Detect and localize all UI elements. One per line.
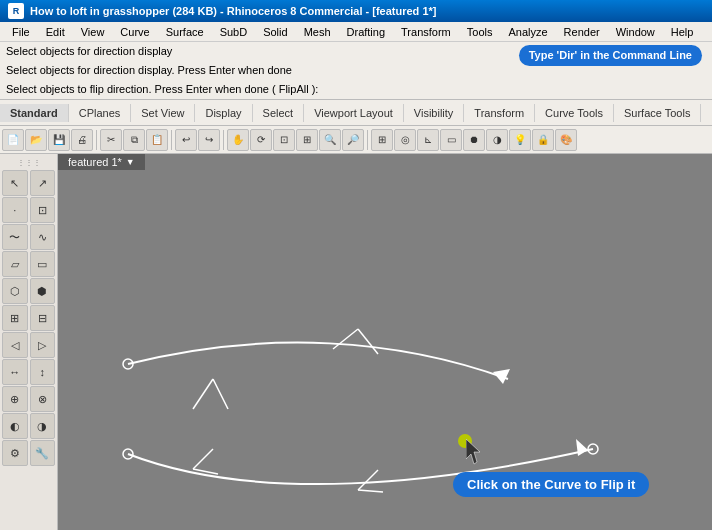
tab-transform[interactable]: Transform — [464, 104, 535, 122]
status-line-3: Select objects to flip direction. Press … — [0, 80, 712, 99]
command-hint: Type 'Dir' in the Command Line — [519, 45, 702, 66]
sep4 — [367, 130, 368, 150]
save-btn[interactable]: 💾 — [48, 129, 70, 151]
osnap-btn[interactable]: ◎ — [394, 129, 416, 151]
redo-btn[interactable]: ↪ — [198, 129, 220, 151]
lock-btn[interactable]: 🔒 — [532, 129, 554, 151]
transform-tool[interactable]: ↔ — [2, 359, 28, 385]
menu-analyze[interactable]: Analyze — [500, 25, 555, 39]
menu-surface[interactable]: Surface — [158, 25, 212, 39]
window-title: How to loft in grasshopper (284 KB) - Rh… — [30, 5, 436, 17]
tooltip-bubble: Click on the Curve to Flip it — [453, 472, 649, 497]
tab-surface-tools[interactable]: Surface Tools — [614, 104, 701, 122]
undo-btn[interactable]: ↩ — [175, 129, 197, 151]
cut-btn[interactable]: ✂ — [100, 129, 122, 151]
menu-mesh[interactable]: Mesh — [296, 25, 339, 39]
toolbar-row: Standard CPlanes Set View Display Select… — [0, 100, 712, 126]
ortho-btn[interactable]: ⊾ — [417, 129, 439, 151]
title-bar: R How to loft in grasshopper (284 KB) - … — [0, 0, 712, 22]
menu-curve[interactable]: Curve — [112, 25, 157, 39]
tab-display[interactable]: Display — [195, 104, 252, 122]
point2-tool[interactable]: ⊡ — [30, 197, 56, 223]
viewport[interactable]: featured 1* ▼ — [58, 154, 712, 530]
sub-tool[interactable]: ⊕ — [2, 386, 28, 412]
zoom-in-btn[interactable]: 🔍 — [319, 129, 341, 151]
svg-line-0 — [193, 379, 213, 409]
svg-marker-10 — [576, 439, 588, 456]
point-tool[interactable]: · — [2, 197, 28, 223]
tab-standard[interactable]: Standard — [0, 104, 69, 122]
rotate-btn[interactable]: ⟳ — [250, 129, 272, 151]
status-area: Select objects for direction display Typ… — [0, 42, 712, 100]
copy-btn[interactable]: ⧉ — [123, 129, 145, 151]
transform2-tool[interactable]: ↕ — [30, 359, 56, 385]
menu-edit[interactable]: Edit — [38, 25, 73, 39]
left-toolbar: ⋮⋮⋮ ↖ ↗ · ⊡ 〜 ∿ ▱ ▭ ⬡ ⬢ ⊞ ⊟ ◁ ▷ ↔ — [0, 154, 58, 530]
menu-help[interactable]: Help — [663, 25, 702, 39]
solid2-tool[interactable]: ⬢ — [30, 278, 56, 304]
svg-line-9 — [358, 490, 383, 492]
mesh-tool[interactable]: ⊞ — [2, 305, 28, 331]
cursor-arrow — [466, 439, 486, 469]
menu-transform[interactable]: Transform — [393, 25, 459, 39]
zoom-out-btn[interactable]: 🔎 — [342, 129, 364, 151]
dim-tool[interactable]: ◁ — [2, 332, 28, 358]
tab-viewport-layout[interactable]: Viewport Layout — [304, 104, 404, 122]
planar-btn[interactable]: ▭ — [440, 129, 462, 151]
select-tool[interactable]: ↖ — [2, 170, 28, 196]
grid-snap-btn[interactable]: ⊞ — [371, 129, 393, 151]
svg-marker-17 — [466, 439, 480, 464]
util2-tool[interactable]: 🔧 — [30, 440, 56, 466]
menu-tools[interactable]: Tools — [459, 25, 501, 39]
menu-bar: File Edit View Curve Surface SubD Solid … — [0, 22, 712, 42]
paste-btn[interactable]: 📋 — [146, 129, 168, 151]
dim2-tool[interactable]: ▷ — [30, 332, 56, 358]
color-btn[interactable]: 🎨 — [555, 129, 577, 151]
sub2-tool[interactable]: ⊗ — [30, 386, 56, 412]
viewport-tab[interactable]: featured 1* ▼ — [58, 154, 145, 170]
shading-btn[interactable]: ◑ — [486, 129, 508, 151]
menu-file[interactable]: File — [4, 25, 38, 39]
status-line-1: Select objects for direction display Typ… — [0, 42, 712, 61]
menu-render[interactable]: Render — [556, 25, 608, 39]
svg-marker-4 — [493, 369, 510, 384]
pan-btn[interactable]: ✋ — [227, 129, 249, 151]
curve2-tool[interactable]: ∿ — [30, 224, 56, 250]
surface2-tool[interactable]: ▭ — [30, 251, 56, 277]
open-btn[interactable]: 📂 — [25, 129, 47, 151]
tab-cplanes[interactable]: CPlanes — [69, 104, 132, 122]
new-btn[interactable]: 📄 — [2, 129, 24, 151]
menu-view[interactable]: View — [73, 25, 113, 39]
print-btn[interactable]: 🖨 — [71, 129, 93, 151]
sep1 — [96, 130, 97, 150]
tab-set-view[interactable]: Set View — [131, 104, 195, 122]
tab-select[interactable]: Select — [253, 104, 305, 122]
sep2 — [171, 130, 172, 150]
sep3 — [223, 130, 224, 150]
svg-line-3 — [358, 329, 378, 354]
curve-tool[interactable]: 〜 — [2, 224, 28, 250]
menu-subd[interactable]: SubD — [212, 25, 256, 39]
mesh2-tool[interactable]: ⊟ — [30, 305, 56, 331]
light-btn[interactable]: 💡 — [509, 129, 531, 151]
viewport-tab-label: featured 1* — [68, 156, 122, 168]
menu-solid[interactable]: Solid — [255, 25, 295, 39]
tab-visibility[interactable]: Visibility — [404, 104, 465, 122]
menu-drafting[interactable]: Drafting — [339, 25, 394, 39]
zoom-sel-btn[interactable]: ⊞ — [296, 129, 318, 151]
tooltip-text: Click on the Curve to Flip it — [467, 477, 635, 492]
record-btn[interactable]: ⏺ — [463, 129, 485, 151]
zoom-ext-btn[interactable]: ⊡ — [273, 129, 295, 151]
surface-tool[interactable]: ▱ — [2, 251, 28, 277]
app-icon: R — [8, 3, 24, 19]
render2-tool[interactable]: ◑ — [30, 413, 56, 439]
render-tool[interactable]: ◐ — [2, 413, 28, 439]
util-tool[interactable]: ⚙ — [2, 440, 28, 466]
svg-line-6 — [193, 449, 213, 469]
solid-tool[interactable]: ⬡ — [2, 278, 28, 304]
svg-line-8 — [358, 470, 378, 490]
select-sub-tool[interactable]: ↗ — [30, 170, 56, 196]
menu-window[interactable]: Window — [608, 25, 663, 39]
main-content: ⋮⋮⋮ ↖ ↗ · ⊡ 〜 ∿ ▱ ▭ ⬡ ⬢ ⊞ ⊟ ◁ ▷ ↔ — [0, 154, 712, 530]
tab-curve-tools[interactable]: Curve Tools — [535, 104, 614, 122]
